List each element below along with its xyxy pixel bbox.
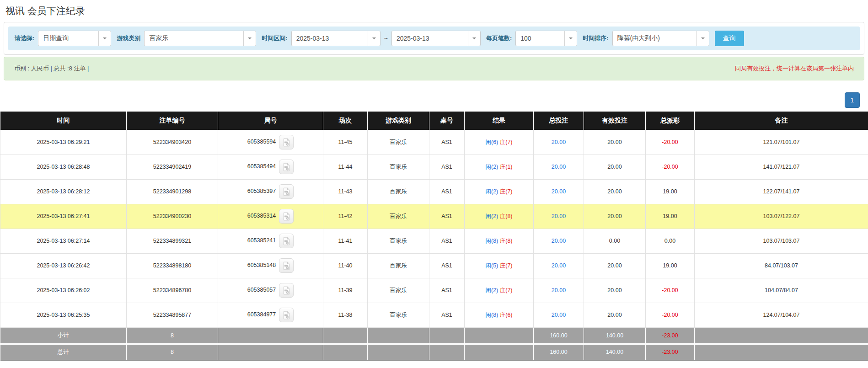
cell-payout: 19.00 — [646, 253, 695, 278]
video-file-icon[interactable] — [279, 258, 294, 273]
result-player: 闲(2) — [485, 287, 498, 293]
subtotal-payout: -23.00 — [646, 327, 695, 344]
cell-bet-id: 522334895877 — [127, 303, 218, 327]
column-header: 局号 — [218, 112, 323, 130]
cell-round: 605385594 — [218, 130, 323, 155]
cell-round: 605385057 — [218, 278, 323, 303]
time-sort-select[interactable]: 降冪(由大到小) — [612, 31, 709, 46]
cell-valid-bet: 20.00 — [584, 278, 646, 303]
result-banker: 庄(1) — [500, 164, 513, 170]
total-empty-table — [429, 344, 465, 360]
bet-record-row: 2025-03-13 06:26:42522334898180605385148… — [0, 253, 868, 278]
cell-valid-bet: 20.00 — [584, 155, 646, 179]
query-type-value: 日期查询 — [43, 34, 69, 43]
cell-session: 11-42 — [323, 204, 368, 229]
cell-bet-id: 522334902419 — [127, 155, 218, 179]
cell-result: 闲(2) 庄(7) — [465, 179, 534, 204]
cell-remark: 103.07/122.07 — [695, 204, 868, 229]
cell-remark: 84.07/103.07 — [695, 253, 868, 278]
cell-valid-bet: 20.00 — [584, 179, 646, 204]
cell-remark: 103.07/103.07 — [695, 229, 868, 253]
cell-total-bet[interactable]: 20.00 — [534, 130, 584, 155]
cell-total-bet[interactable]: 20.00 — [534, 204, 584, 229]
bet-record-row: 2025-03-13 06:27:41522334900230605385314… — [0, 204, 868, 229]
chevron-down-icon — [368, 31, 380, 46]
select-type-label: 请选择: — [15, 34, 34, 43]
cell-round: 605385397 — [218, 179, 323, 204]
video-file-icon[interactable] — [279, 283, 294, 298]
pagination: 1 — [0, 92, 860, 108]
result-banker: 庄(7) — [500, 287, 513, 293]
chevron-down-icon — [564, 31, 577, 46]
filter-panel: 请选择: 日期查询 游戏类别 百家乐 时间区间: 2025-03-13 ~ 20… — [4, 22, 864, 55]
cell-table-number: AS1 — [429, 253, 465, 278]
cell-game-type: 百家乐 — [368, 155, 429, 179]
total-empty-game — [368, 344, 429, 360]
date-to-value: 2025-03-13 — [396, 35, 429, 42]
cell-time: 2025-03-13 06:25:35 — [0, 303, 127, 327]
cell-total-bet[interactable]: 20.00 — [534, 155, 584, 179]
cell-session: 11-44 — [323, 155, 368, 179]
cell-total-bet[interactable]: 20.00 — [534, 278, 584, 303]
cell-session: 11-41 — [323, 229, 368, 253]
result-banker: 庄(6) — [500, 312, 513, 318]
cell-table-number: AS1 — [429, 179, 465, 204]
cell-total-bet[interactable]: 20.00 — [534, 179, 584, 204]
cell-valid-bet: 20.00 — [584, 130, 646, 155]
cell-game-type: 百家乐 — [368, 303, 429, 327]
cell-session: 11-45 — [323, 130, 368, 155]
column-header: 注单编号 — [127, 112, 218, 130]
cell-time: 2025-03-13 06:27:14 — [0, 229, 127, 253]
cell-total-bet[interactable]: 20.00 — [534, 253, 584, 278]
game-type-select[interactable]: 百家乐 — [144, 31, 256, 46]
video-file-icon[interactable] — [279, 234, 294, 248]
cell-bet-id: 522334900230 — [127, 204, 218, 229]
round-number: 605385241 — [247, 237, 276, 244]
round-number: 605384977 — [247, 311, 276, 318]
cell-result: 闲(8) 庄(6) — [465, 303, 534, 327]
video-file-icon[interactable] — [279, 209, 294, 224]
cell-payout: -20.00 — [646, 303, 695, 327]
cell-total-bet[interactable]: 20.00 — [534, 229, 584, 253]
cell-time: 2025-03-13 06:28:12 — [0, 179, 127, 204]
cell-table-number: AS1 — [429, 130, 465, 155]
total-empty-round — [218, 344, 323, 360]
date-from-value: 2025-03-13 — [296, 35, 329, 42]
video-file-icon[interactable] — [279, 160, 294, 174]
video-file-icon[interactable] — [279, 135, 294, 149]
video-file-icon[interactable] — [279, 184, 294, 199]
cell-time: 2025-03-13 06:26:02 — [0, 278, 127, 303]
range-tilde: ~ — [384, 35, 388, 42]
cell-payout: -20.00 — [646, 278, 695, 303]
cell-round: 605385148 — [218, 253, 323, 278]
date-from-select[interactable]: 2025-03-13 — [291, 31, 380, 46]
total-label: 总计 — [0, 344, 127, 360]
result-banker: 庄(7) — [500, 139, 513, 145]
page-size-select[interactable]: 100 — [515, 31, 577, 46]
date-to-select[interactable]: 2025-03-13 — [391, 31, 481, 46]
column-header: 结果 — [465, 112, 534, 130]
video-file-icon[interactable] — [279, 308, 294, 322]
column-header: 总投注 — [534, 112, 584, 130]
total-payout: -23.00 — [646, 344, 695, 360]
subtotal-empty-session — [323, 327, 368, 344]
cell-total-bet[interactable]: 20.00 — [534, 303, 584, 327]
query-type-select[interactable]: 日期查询 — [38, 31, 111, 46]
subtotal-total-bet: 160.00 — [534, 327, 584, 344]
bet-record-row: 2025-03-13 06:26:02522334896780605385057… — [0, 278, 868, 303]
cell-result: 闲(6) 庄(7) — [465, 130, 534, 155]
cell-game-type: 百家乐 — [368, 229, 429, 253]
result-player: 闲(8) — [485, 312, 498, 318]
cell-result: 闲(2) 庄(8) — [465, 204, 534, 229]
cell-table-number: AS1 — [429, 155, 465, 179]
time-sort-value: 降冪(由大到小) — [617, 34, 660, 43]
cell-session: 11-43 — [323, 179, 368, 204]
bet-record-row: 2025-03-13 06:28:48522334902419605385494… — [0, 155, 868, 179]
cell-table-number: AS1 — [429, 303, 465, 327]
game-type-value: 百家乐 — [149, 34, 168, 43]
result-banker: 庄(7) — [500, 262, 513, 269]
subtotal-empty-result — [465, 327, 534, 344]
total-empty-result — [465, 344, 534, 360]
pagination-page-button[interactable]: 1 — [845, 92, 860, 108]
search-button[interactable]: 查询 — [715, 31, 744, 46]
